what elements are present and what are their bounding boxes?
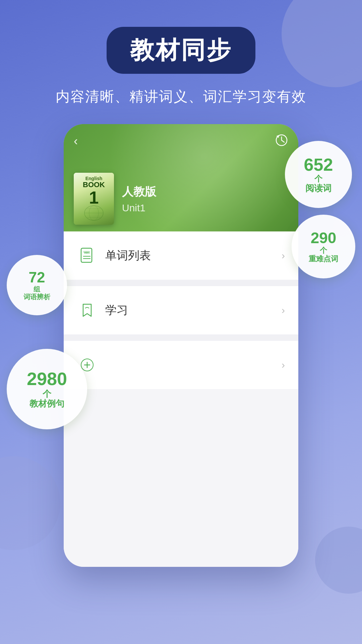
phone-mockup: ‹ English BOOK 1 (64, 124, 298, 567)
title-badge: 教材同步 (107, 27, 255, 74)
bubble-4-number: 2980 (27, 369, 67, 389)
bg-circle-top-right (282, 0, 362, 87)
bubble-word-analysis: 72 组 词语辨析 (7, 255, 67, 315)
wordlist-label: 单词列表 (105, 248, 282, 263)
bubble-1-desc: 阅读词 (305, 183, 331, 194)
history-button[interactable] (275, 133, 288, 150)
chevron-icon-3: › (282, 359, 285, 371)
phone-header: ‹ English BOOK 1 (64, 124, 298, 231)
book-info-row: English BOOK 1 人教版 Unit1 (74, 173, 156, 225)
book-unit: Unit1 (122, 202, 156, 214)
chevron-icon-1: › (282, 250, 285, 261)
bubble-1-unit: 个 (314, 174, 322, 183)
bubble-3-desc: 词语辨析 (23, 293, 50, 301)
bubble-2-unit: 个 (320, 247, 327, 255)
book-number: 1 (89, 189, 99, 206)
bubble-3-number: 72 (29, 269, 45, 285)
bubble-4-desc: 教材例句 (29, 398, 64, 409)
svg-rect-6 (81, 248, 92, 262)
bubble-reading-words: 652 个 阅读词 (285, 141, 352, 208)
phone-content: ABC 单词列表 › 学习 › (64, 231, 298, 567)
bubble-example-sentences: 2980 个 教材例句 (7, 349, 87, 429)
globe-icon (82, 205, 106, 221)
book-title-info: 人教版 Unit1 (122, 184, 156, 214)
list-icon: ABC (77, 246, 97, 266)
menu-item-3[interactable]: › (64, 341, 298, 389)
bubble-2-number: 290 (311, 229, 337, 247)
study-label: 学习 (105, 303, 282, 318)
bubble-4-unit: 个 (43, 389, 51, 399)
menu-item-study[interactable]: 学习 › (64, 286, 298, 335)
menu-item-wordlist[interactable]: ABC 单词列表 › (64, 231, 298, 280)
bubble-difficult-words: 290 个 重难点词 (292, 215, 355, 278)
book-publisher: 人教版 (122, 184, 156, 200)
book-english-label: English (85, 176, 103, 181)
bg-circle-bottom-right (315, 527, 362, 594)
bubble-1-number: 652 (304, 155, 333, 174)
separator-2 (64, 335, 298, 341)
title-text: 教材同步 (130, 37, 232, 63)
bubble-2-desc: 重难点词 (309, 255, 338, 263)
back-button[interactable]: ‹ (74, 134, 78, 148)
subtitle: 内容清晰、精讲词义、词汇学习变有效 (0, 87, 362, 106)
bubble-3-unit: 组 (34, 285, 40, 293)
chevron-icon-2: › (282, 305, 285, 316)
bookmark-icon (77, 300, 97, 320)
book-cover: English BOOK 1 (74, 173, 114, 225)
bg-circle-bottom-left (0, 456, 60, 550)
separator-1 (64, 280, 298, 286)
svg-text:ABC: ABC (84, 251, 90, 254)
